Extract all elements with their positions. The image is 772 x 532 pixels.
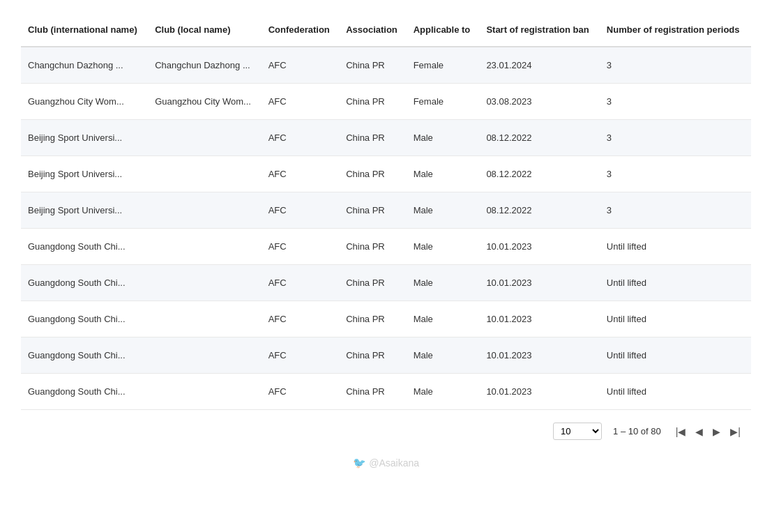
cell-confederation: AFC — [262, 47, 339, 84]
cell-start_ban: 10.01.2023 — [479, 265, 599, 301]
cell-association: China PR — [339, 156, 407, 192]
cell-club_local: Changchun Dazhong ... — [148, 47, 262, 84]
table-row: Guangdong South Chi...AFCChina PRMale10.… — [21, 374, 751, 410]
cell-club_local — [148, 337, 262, 374]
cell-club_intl: Guangdong South Chi... — [21, 374, 148, 410]
cell-association: China PR — [339, 265, 407, 301]
cell-club_local — [148, 192, 262, 229]
cell-confederation: AFC — [262, 156, 339, 192]
cell-confederation: AFC — [262, 229, 339, 265]
cell-start_ban: 10.01.2023 — [479, 301, 599, 337]
cell-association: China PR — [339, 337, 407, 374]
cell-club_local — [148, 301, 262, 337]
page-size-select[interactable]: 102550100 — [553, 423, 602, 440]
cell-association: China PR — [339, 301, 407, 337]
cell-club_intl: Beijing Sport Universi... — [21, 156, 148, 192]
col-header-start_ban: Start of registration ban — [479, 14, 599, 47]
cell-num_periods: 3 — [600, 84, 751, 120]
cell-applicable_to: Male — [407, 156, 480, 192]
cell-start_ban: 08.12.2022 — [479, 192, 599, 229]
cell-applicable_to: Female — [407, 84, 480, 120]
pagination-bar: 102550100 1 – 10 of 80 |◀ ◀ ▶ ▶| — [21, 410, 751, 440]
cell-start_ban: 23.01.2024 — [479, 47, 599, 84]
cell-association: China PR — [339, 374, 407, 410]
table-row: Beijing Sport Universi...AFCChina PRMale… — [21, 120, 751, 156]
table-row: Beijing Sport Universi...AFCChina PRMale… — [21, 156, 751, 192]
table-row: Beijing Sport Universi...AFCChina PRMale… — [21, 192, 751, 229]
col-header-num_periods: Number of registration periods — [600, 14, 751, 47]
cell-applicable_to: Male — [407, 374, 480, 410]
cell-start_ban: 03.08.2023 — [479, 84, 599, 120]
cell-num_periods: Until lifted — [600, 337, 751, 374]
table-row: Guangzhou City Wom...Guangzhou City Wom.… — [21, 84, 751, 120]
first-page-button[interactable]: |◀ — [672, 425, 690, 439]
table-row: Changchun Dazhong ...Changchun Dazhong .… — [21, 47, 751, 84]
page-info: 1 – 10 of 80 — [613, 426, 661, 436]
cell-num_periods: Until lifted — [600, 374, 751, 410]
cell-confederation: AFC — [262, 120, 339, 156]
table-row: Guangdong South Chi...AFCChina PRMale10.… — [21, 301, 751, 337]
col-header-applicable_to: Applicable to — [407, 14, 480, 47]
cell-num_periods: 3 — [600, 47, 751, 84]
cell-num_periods: Until lifted — [600, 301, 751, 337]
prev-page-button[interactable]: ◀ — [692, 425, 706, 439]
cell-start_ban: 10.01.2023 — [479, 337, 599, 374]
cell-club_intl: Guangdong South Chi... — [21, 229, 148, 265]
cell-num_periods: Until lifted — [600, 265, 751, 301]
table-row: Guangdong South Chi...AFCChina PRMale10.… — [21, 265, 751, 301]
table-row: Guangdong South Chi...AFCChina PRMale10.… — [21, 337, 751, 374]
watermark: 🐦 @Asaikana — [353, 457, 419, 469]
cell-confederation: AFC — [262, 265, 339, 301]
registration-ban-table: Club (international name)Club (local nam… — [21, 14, 751, 410]
cell-start_ban: 10.01.2023 — [479, 229, 599, 265]
cell-club_local: Guangzhou City Wom... — [148, 84, 262, 120]
cell-start_ban: 08.12.2022 — [479, 156, 599, 192]
cell-confederation: AFC — [262, 301, 339, 337]
col-header-confederation: Confederation — [262, 14, 339, 47]
cell-num_periods: 3 — [600, 192, 751, 229]
cell-club_intl: Beijing Sport Universi... — [21, 192, 148, 229]
cell-club_intl: Beijing Sport Universi... — [21, 120, 148, 156]
cell-club_local — [148, 265, 262, 301]
cell-association: China PR — [339, 84, 407, 120]
table-row: Guangdong South Chi...AFCChina PRMale10.… — [21, 229, 751, 265]
cell-confederation: AFC — [262, 337, 339, 374]
main-container: Club (international name)Club (local nam… — [0, 0, 772, 482]
cell-applicable_to: Male — [407, 301, 480, 337]
col-header-club_intl: Club (international name) — [21, 14, 148, 47]
cell-club_intl: Guangdong South Chi... — [21, 301, 148, 337]
page-navigation: |◀ ◀ ▶ ▶| — [672, 425, 744, 439]
cell-applicable_to: Male — [407, 229, 480, 265]
cell-association: China PR — [339, 192, 407, 229]
cell-applicable_to: Male — [407, 120, 480, 156]
cell-club_intl: Guangdong South Chi... — [21, 337, 148, 374]
cell-club_intl: Changchun Dazhong ... — [21, 47, 148, 84]
cell-applicable_to: Female — [407, 47, 480, 84]
cell-club_local — [148, 229, 262, 265]
next-page-button[interactable]: ▶ — [709, 425, 724, 439]
cell-club_local — [148, 120, 262, 156]
page-size-selector[interactable]: 102550100 — [553, 423, 602, 440]
cell-club_intl: Guangzhou City Wom... — [21, 84, 148, 120]
cell-start_ban: 10.01.2023 — [479, 374, 599, 410]
cell-num_periods: 3 — [600, 120, 751, 156]
last-page-button[interactable]: ▶| — [727, 425, 744, 439]
cell-club_local — [148, 156, 262, 192]
cell-applicable_to: Male — [407, 192, 480, 229]
cell-applicable_to: Male — [407, 337, 480, 374]
cell-num_periods: Until lifted — [600, 229, 751, 265]
cell-confederation: AFC — [262, 374, 339, 410]
cell-num_periods: 3 — [600, 156, 751, 192]
cell-applicable_to: Male — [407, 265, 480, 301]
cell-association: China PR — [339, 120, 407, 156]
cell-club_intl: Guangdong South Chi... — [21, 265, 148, 301]
table-header-row: Club (international name)Club (local nam… — [21, 14, 751, 47]
cell-association: China PR — [339, 47, 407, 84]
cell-confederation: AFC — [262, 84, 339, 120]
col-header-association: Association — [339, 14, 407, 47]
cell-start_ban: 08.12.2022 — [479, 120, 599, 156]
col-header-club_local: Club (local name) — [148, 14, 262, 47]
cell-club_local — [148, 374, 262, 410]
cell-confederation: AFC — [262, 192, 339, 229]
cell-association: China PR — [339, 229, 407, 265]
